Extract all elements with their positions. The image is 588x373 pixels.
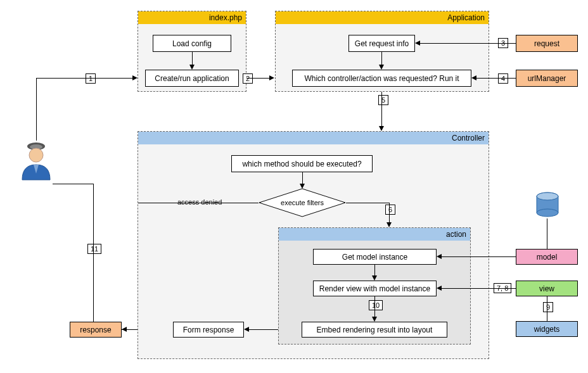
- arrow-icon: [300, 184, 305, 189]
- chip-view: view: [516, 281, 578, 296]
- node-create-run: Create/run application: [145, 70, 239, 87]
- connector: [346, 203, 389, 203]
- connector: [374, 296, 375, 317]
- connector: [476, 78, 516, 79]
- chip-response: response: [70, 322, 122, 338]
- connector: [381, 92, 382, 126]
- panel-title-action: action: [279, 228, 470, 241]
- connector: [53, 184, 93, 184]
- num-11: 11: [87, 244, 101, 254]
- chip-request: request: [516, 35, 578, 52]
- num-4: 4: [498, 73, 508, 84]
- num-10: 10: [369, 300, 383, 310]
- svg-point-4: [537, 193, 558, 200]
- label-execute-filters: execute filters: [259, 188, 346, 217]
- connector: [442, 256, 516, 257]
- node-get-request: Get request info: [348, 35, 415, 52]
- node-execute-filters: execute filters: [259, 188, 346, 217]
- arrow-icon: [471, 75, 476, 80]
- arrow-icon: [415, 41, 420, 46]
- arrow-icon: [372, 275, 377, 281]
- chip-widgets: widgets: [516, 321, 578, 337]
- connector: [381, 52, 382, 65]
- arrow-icon: [387, 222, 392, 227]
- connector: [374, 265, 375, 275]
- node-which-controller: Which controller/action was requested? R…: [292, 70, 471, 87]
- connector: [547, 296, 547, 321]
- panel-title-controller: Controller: [138, 132, 489, 144]
- chip-model: model: [516, 249, 578, 265]
- arrow-icon: [372, 317, 377, 322]
- connector: [420, 43, 516, 44]
- connector: [36, 78, 37, 141]
- node-embed-layout: Embed rendering result into layout: [302, 322, 447, 338]
- num-2: 2: [243, 73, 253, 84]
- connector: [389, 203, 390, 222]
- arrow-icon: [244, 327, 249, 332]
- connector: [249, 329, 278, 330]
- connector: [192, 52, 193, 65]
- connector: [93, 322, 94, 322]
- arrow-icon: [269, 75, 274, 80]
- num-1: 1: [86, 73, 96, 84]
- node-form-response: Form response: [173, 322, 244, 338]
- panel-title-index: index.php: [138, 11, 246, 24]
- connector: [442, 288, 516, 289]
- user-icon: [20, 141, 53, 184]
- node-which-method: which method should be executed?: [231, 155, 373, 172]
- connector: [36, 78, 132, 79]
- connector: [138, 203, 259, 203]
- node-load-config: Load config: [153, 35, 231, 52]
- label-access-denied: access denied: [176, 198, 223, 206]
- arrow-icon: [379, 126, 384, 131]
- database-icon: [535, 192, 559, 218]
- connector: [547, 218, 547, 249]
- arrow-icon: [379, 65, 384, 70]
- arrow-icon: [437, 286, 442, 291]
- arrow-icon: [189, 65, 195, 70]
- chip-urlmanager: urlManager: [516, 70, 578, 87]
- connector: [302, 172, 303, 184]
- connector: [246, 78, 269, 79]
- arrow-icon: [122, 327, 127, 332]
- node-render-view: Render view with model instance: [313, 281, 437, 296]
- svg-point-3: [537, 209, 558, 217]
- connector: [93, 184, 94, 322]
- panel-title-application: Application: [276, 11, 489, 24]
- num-9: 9: [543, 302, 553, 312]
- svg-point-7: [29, 148, 43, 162]
- arrow-icon: [132, 75, 137, 80]
- node-get-model: Get model instance: [313, 249, 437, 265]
- arrow-icon: [437, 254, 442, 259]
- num-5: 5: [378, 95, 388, 105]
- num-6: 6: [385, 205, 395, 215]
